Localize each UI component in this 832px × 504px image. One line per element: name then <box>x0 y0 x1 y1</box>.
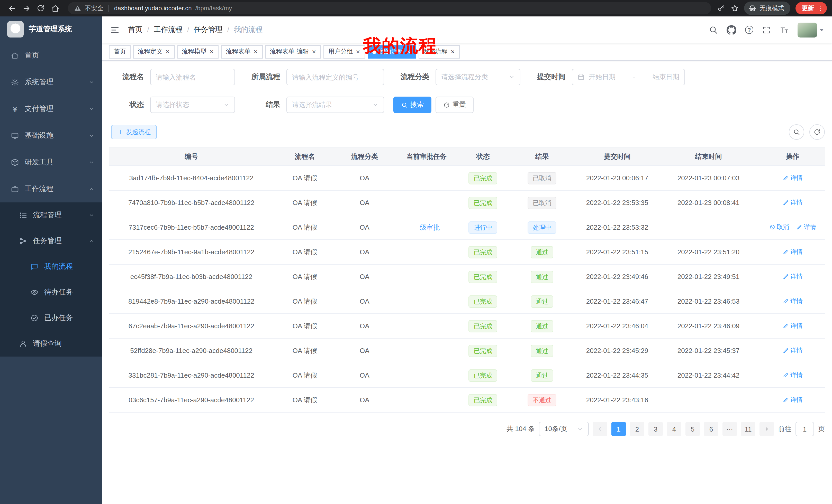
detail-link[interactable]: 详情 <box>783 198 803 207</box>
sidebar-item-devtools[interactable]: 研发工具 <box>0 149 102 176</box>
breadcrumb-home[interactable]: 首页 <box>128 25 142 34</box>
detail-link[interactable]: 详情 <box>783 371 803 380</box>
close-icon[interactable]: × <box>450 48 455 55</box>
briefcase-icon <box>10 185 20 193</box>
sidebar-item-task-mgmt[interactable]: 任务管理 <box>0 228 102 254</box>
date-range-picker[interactable]: 开始日期 - 结束日期 <box>572 69 685 85</box>
sidebar-item-my-process[interactable]: 我的流程 <box>0 254 102 279</box>
eye-icon <box>30 288 39 297</box>
result-badge: 处理中 <box>527 221 556 233</box>
table-tools <box>784 124 825 140</box>
font-size-icon[interactable] <box>780 25 789 34</box>
page-size-select[interactable]: 10条/页 <box>539 422 589 436</box>
cell-task <box>393 363 460 388</box>
sidebar-item-home[interactable]: 首页 <box>0 42 102 69</box>
detail-link[interactable]: 详情 <box>783 248 803 256</box>
breadcrumb-workflow[interactable]: 工作流程 <box>154 25 183 34</box>
detail-link[interactable]: 详情 <box>783 346 803 355</box>
detail-link[interactable]: 详情 <box>783 272 803 281</box>
logo-title: 芋道管理系统 <box>29 25 72 34</box>
page-button-5[interactable]: 5 <box>685 422 700 436</box>
detail-link[interactable]: 详情 <box>783 321 803 330</box>
sidebar-item-process-mgmt[interactable]: 流程管理 <box>0 202 102 228</box>
detail-link[interactable]: 详情 <box>783 297 803 306</box>
result-select[interactable]: 请选择流结果 <box>286 96 384 113</box>
github-icon[interactable] <box>727 25 736 35</box>
page-button-11[interactable]: 11 <box>741 422 755 436</box>
table-row: ec45f38f-7b9a-11ec-b03b-acde48001122 OA … <box>109 264 825 289</box>
page-button-3[interactable]: 3 <box>648 422 663 436</box>
browser-back-button[interactable] <box>5 2 19 15</box>
hamburger-icon[interactable] <box>110 25 120 35</box>
page-button-2[interactable]: 2 <box>630 422 644 436</box>
close-icon[interactable]: × <box>253 48 258 55</box>
next-page-button[interactable] <box>759 422 774 436</box>
toggle-search-button[interactable] <box>789 124 804 140</box>
detail-link[interactable]: 详情 <box>796 223 816 232</box>
fullscreen-icon[interactable] <box>762 25 771 34</box>
status-badge: 已完成 <box>469 320 497 332</box>
col-category: 流程分类 <box>336 147 393 166</box>
reset-button[interactable]: 重置 <box>436 96 474 113</box>
browser-forward-button[interactable] <box>20 2 33 15</box>
monitor-icon <box>10 132 20 140</box>
key-icon[interactable] <box>717 4 726 12</box>
page-button-6[interactable]: 6 <box>704 422 718 436</box>
incognito-icon <box>748 4 756 12</box>
start-process-button[interactable]: 发起流程 <box>111 125 157 139</box>
browser-home-button[interactable] <box>48 2 62 15</box>
cell-task <box>393 190 460 215</box>
avatar <box>798 22 817 37</box>
cancel-link[interactable]: 取消 <box>769 223 789 232</box>
close-icon[interactable]: × <box>165 48 170 55</box>
goto-page-input[interactable] <box>796 422 814 436</box>
sidebar-item-leave-query[interactable]: 请假查询 <box>0 331 102 357</box>
update-button[interactable]: 更新 <box>796 2 827 15</box>
sidebar-item-infra[interactable]: 基础设施 <box>0 122 102 149</box>
process-table: 编号 流程名 流程分类 当前审批任务 状态 结果 提交时间 结束时间 操作 3a… <box>109 147 825 413</box>
check-circle-icon <box>30 314 39 322</box>
edit-icon <box>783 249 789 255</box>
close-icon[interactable]: × <box>356 48 361 55</box>
close-icon[interactable]: × <box>312 48 316 55</box>
bookmark-star-icon[interactable] <box>731 4 739 12</box>
tab-process-definition[interactable]: 流程定义× <box>133 45 175 58</box>
cell-end-time <box>657 215 760 240</box>
status-select[interactable]: 请选择状态 <box>150 96 235 113</box>
process-def-input[interactable] <box>286 69 384 85</box>
cell-end-time: 2022-01-23 00:07:03 <box>657 166 760 190</box>
sidebar-item-payment[interactable]: ¥ 支付管理 <box>0 95 102 122</box>
page-ellipsis[interactable]: ··· <box>723 422 737 436</box>
sidebar-item-done-tasks[interactable]: 已办任务 <box>0 305 102 331</box>
help-icon[interactable]: ? <box>745 26 753 34</box>
detail-link[interactable]: 详情 <box>783 174 803 183</box>
cell-submit-time: 2022-01-22 23:51:15 <box>578 240 656 264</box>
close-icon[interactable]: × <box>209 48 214 55</box>
cell-end-time: 2022-01-22 23:44:42 <box>657 363 760 388</box>
filter-row-1: 流程名 所属流程 流程分类 请选择流程分类 提交时间 <box>109 69 825 85</box>
tab-process-form-edit[interactable]: 流程表单-编辑× <box>265 45 321 58</box>
tab-user-group[interactable]: 用户分组× <box>324 45 365 58</box>
tab-process-form[interactable]: 流程表单× <box>221 45 262 58</box>
breadcrumb-task-mgmt[interactable]: 任务管理 <box>194 25 223 34</box>
arrow-left-icon <box>7 4 16 12</box>
address-bar[interactable]: 不安全 dashboard.yudao.iocoder.cn/bpm/task/… <box>68 2 711 15</box>
page-button-1[interactable]: 1 <box>612 422 626 436</box>
category-select[interactable]: 请选择流程分类 <box>436 69 520 85</box>
refresh-table-button[interactable] <box>809 124 825 140</box>
search-button[interactable]: 搜索 <box>393 96 432 113</box>
sidebar-item-todo-tasks[interactable]: 待办任务 <box>0 279 102 305</box>
user-menu[interactable] <box>798 22 824 37</box>
sidebar-item-workflow[interactable]: 工作流程 <box>0 176 102 202</box>
tab-home[interactable]: 首页 <box>109 45 131 58</box>
task-link[interactable]: 一级审批 <box>413 223 440 232</box>
page-button-4[interactable]: 4 <box>667 422 681 436</box>
detail-link[interactable]: 详情 <box>783 396 803 404</box>
status-badge: 已完成 <box>469 172 497 184</box>
prev-page-button[interactable] <box>593 422 607 436</box>
search-icon[interactable] <box>709 25 718 34</box>
browser-reload-button[interactable] <box>34 2 47 15</box>
sidebar-item-system[interactable]: 系统管理 <box>0 69 102 95</box>
tab-process-model[interactable]: 流程模型× <box>177 45 218 58</box>
process-name-input[interactable] <box>150 69 235 85</box>
